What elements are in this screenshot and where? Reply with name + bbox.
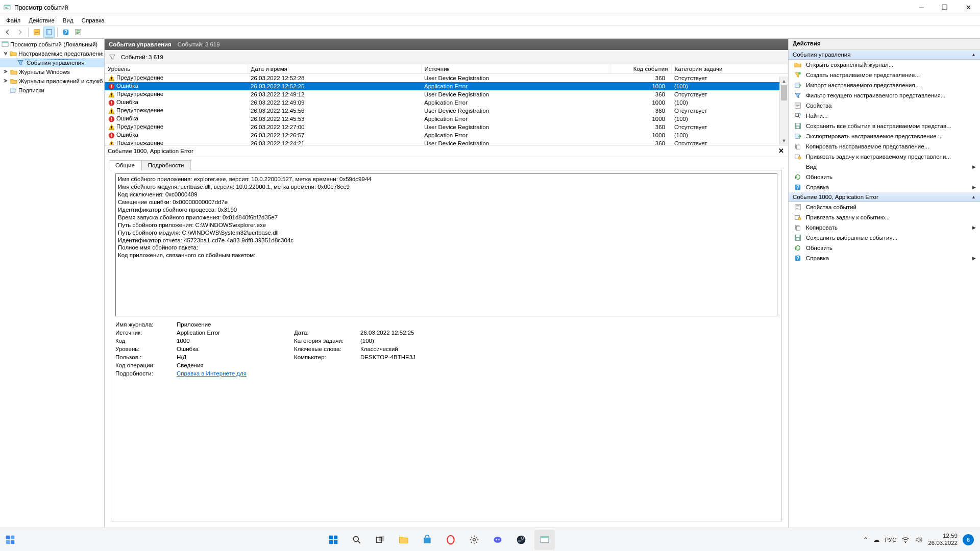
- action-item[interactable]: ?Справка▶: [789, 253, 980, 263]
- table-row[interactable]: Ошибка26.03.2022 12:52:25Application Err…: [105, 82, 788, 90]
- action-item[interactable]: Открыть сохраненный журнал...: [789, 60, 980, 70]
- action-item[interactable]: Свойства событий: [789, 202, 980, 212]
- action-item[interactable]: Копировать▶: [789, 222, 980, 233]
- store-button[interactable]: [417, 530, 437, 550]
- refresh-button[interactable]: [72, 27, 84, 38]
- tree-app-logs[interactable]: ⮞ Журналы приложений и служб: [0, 77, 104, 86]
- tree-subscriptions[interactable]: Подписки: [0, 86, 104, 95]
- svg-point-94: [905, 542, 906, 543]
- table-row[interactable]: Предупреждение26.03.2022 12:27:00User De…: [105, 123, 788, 131]
- action-item[interactable]: Копировать настраиваемое представление..…: [789, 141, 980, 152]
- menu-file[interactable]: Файл: [2, 16, 24, 24]
- action-item[interactable]: Найти...: [789, 111, 980, 121]
- language-indicator[interactable]: РУС: [885, 537, 896, 543]
- svg-rect-14: [77, 33, 79, 34]
- taskview-button[interactable]: [370, 530, 390, 550]
- collapse-icon[interactable]: ▲: [971, 52, 976, 57]
- action-item[interactable]: Фильтр текущего настраиваемого представл…: [789, 90, 980, 101]
- search-button[interactable]: [347, 530, 367, 550]
- collapse-icon[interactable]: ⮟: [3, 51, 9, 57]
- action-item[interactable]: Вид▶: [789, 162, 980, 172]
- tray-overflow-icon[interactable]: ⌃: [863, 536, 868, 543]
- scroll-down-icon[interactable]: ▼: [780, 136, 788, 145]
- table-row[interactable]: Ошибка26.03.2022 12:26:57Application Err…: [105, 131, 788, 139]
- collapse-icon[interactable]: ▲: [971, 194, 976, 199]
- tree-admin-events[interactable]: События управления: [0, 58, 104, 67]
- close-button[interactable]: ✕: [957, 0, 980, 15]
- widgets-button[interactable]: [0, 530, 20, 550]
- props-icon: [794, 203, 802, 211]
- col-event-id[interactable]: Код события: [610, 64, 671, 74]
- scroll-thumb[interactable]: [781, 85, 787, 101]
- onedrive-icon[interactable]: ☁: [873, 536, 879, 543]
- opera-button[interactable]: [440, 530, 461, 550]
- action-item[interactable]: Сохранить все события в настраиваемом пр…: [789, 121, 980, 131]
- table-row[interactable]: Ошибка26.03.2022 12:49:09Application Err…: [105, 98, 788, 107]
- discord-button[interactable]: [487, 530, 508, 550]
- event-list-scrollbar[interactable]: ▲ ▼: [779, 77, 788, 145]
- svg-rect-72: [11, 535, 14, 539]
- action-item[interactable]: Свойства: [789, 101, 980, 111]
- settings-button[interactable]: [464, 530, 484, 550]
- table-row[interactable]: Предупреждение26.03.2022 12:49:12User De…: [105, 90, 788, 98]
- action-item[interactable]: Импорт настраиваемого представления...: [789, 80, 980, 90]
- action-item[interactable]: Привязать задачу к событию...: [789, 212, 980, 222]
- steam-button[interactable]: [511, 530, 531, 550]
- attach-icon: [794, 213, 802, 221]
- filter-bar: Событий: 3 619: [105, 50, 788, 64]
- expand-icon[interactable]: ⮞: [3, 79, 9, 84]
- menu-view[interactable]: Вид: [59, 16, 78, 24]
- actions-pane: Действия События управления ▲ Открыть со…: [789, 39, 980, 528]
- category-cell: Отсутствует: [671, 90, 788, 98]
- action-item[interactable]: Обновить: [789, 172, 980, 182]
- wifi-icon[interactable]: [901, 536, 910, 544]
- col-datetime[interactable]: Дата и время: [248, 64, 421, 74]
- forward-button[interactable]: [14, 27, 26, 38]
- table-row[interactable]: Предупреждение26.03.2022 12:24:21User De…: [105, 139, 788, 145]
- svg-rect-31: [111, 117, 111, 119]
- show-tree-button[interactable]: [31, 27, 42, 38]
- actions-title: Действия: [789, 39, 980, 50]
- table-row[interactable]: Предупреждение26.03.2022 12:52:28User De…: [105, 74, 788, 83]
- notification-badge[interactable]: 6: [963, 534, 974, 545]
- table-row[interactable]: Предупреждение26.03.2022 12:45:56User De…: [105, 107, 788, 115]
- volume-icon[interactable]: [915, 536, 923, 544]
- tab-general[interactable]: Общие: [109, 160, 141, 170]
- explorer-button[interactable]: [394, 530, 414, 550]
- action-item[interactable]: ?Справка▶: [789, 182, 980, 192]
- action-item[interactable]: Привязать задачу к настраиваемому предст…: [789, 152, 980, 162]
- col-source[interactable]: Источник: [421, 64, 610, 74]
- eventviewer-taskbar-button[interactable]: [534, 530, 555, 550]
- detail-text[interactable]: Имя сбойного приложения: explorer.exe, в…: [115, 173, 777, 316]
- menu-action[interactable]: Действие: [24, 16, 59, 24]
- table-row[interactable]: Ошибка26.03.2022 12:45:53Application Err…: [105, 115, 788, 123]
- menu-help[interactable]: Справка: [78, 16, 109, 24]
- detail-close-button[interactable]: ✕: [777, 147, 785, 155]
- tab-details[interactable]: Подробности: [141, 160, 191, 170]
- expand-icon[interactable]: ⮞: [3, 69, 9, 75]
- col-level[interactable]: Уровень: [105, 64, 248, 74]
- maximize-button[interactable]: ❐: [933, 0, 957, 15]
- scroll-up-icon[interactable]: ▲: [780, 77, 788, 85]
- panel-button[interactable]: [43, 27, 55, 38]
- action-item[interactable]: Экспортировать настраиваемое представлен…: [789, 131, 980, 141]
- folder-open-icon: [794, 61, 802, 69]
- clock[interactable]: 12:59 26.03.2022: [928, 533, 958, 546]
- meta-details-link[interactable]: Справка в Интернете для: [177, 370, 247, 377]
- action-item[interactable]: Создать настраиваемое представление...: [789, 70, 980, 80]
- action-item[interactable]: Сохранить выбранные события...: [789, 233, 980, 243]
- start-button[interactable]: [323, 530, 344, 550]
- minimize-button[interactable]: ─: [910, 0, 933, 15]
- help-button[interactable]: ?: [60, 27, 71, 38]
- tree-root[interactable]: Просмотр событий (Локальный): [0, 40, 104, 49]
- tree-windows-logs[interactable]: ⮞ Журналы Windows: [0, 67, 104, 77]
- action-item[interactable]: Обновить: [789, 243, 980, 253]
- action-label: Свойства: [806, 103, 832, 109]
- back-button[interactable]: [2, 27, 13, 38]
- svg-rect-76: [334, 535, 337, 539]
- meta-code-label: Код: [115, 338, 172, 344]
- source-cell: User Device Registration: [421, 107, 610, 115]
- col-task-category[interactable]: Категория задачи: [671, 64, 788, 74]
- detail-panel: Событие 1000, Application Error ✕ Общие …: [105, 145, 788, 528]
- tree-custom-views[interactable]: ⮟ Настраиваемые представления: [0, 49, 104, 58]
